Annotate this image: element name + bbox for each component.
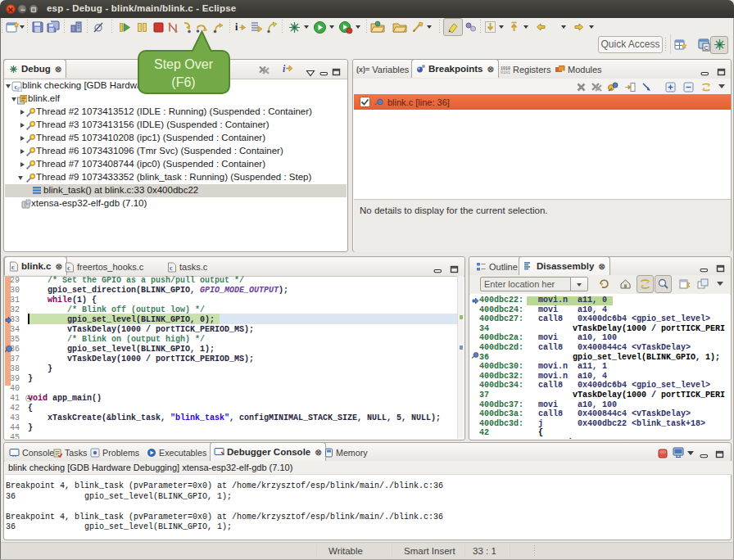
svg-text:c: c bbox=[67, 264, 70, 272]
svg-text:0101: 0101 bbox=[501, 70, 510, 75]
svg-text:i: i bbox=[235, 21, 238, 33]
svg-text:C: C bbox=[705, 45, 709, 51]
svg-text:c: c bbox=[170, 264, 173, 272]
svg-text:c: c bbox=[15, 83, 18, 91]
svg-text:c: c bbox=[11, 264, 15, 271]
svg-text:(F6): (F6) bbox=[171, 75, 195, 89]
svg-text:Step Over: Step Over bbox=[154, 57, 214, 71]
